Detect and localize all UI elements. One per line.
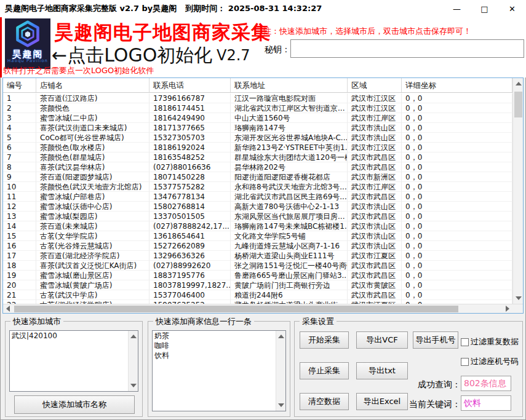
add-city-button[interactable]: 快速添加城市名称 bbox=[14, 395, 135, 414]
column-header[interactable]: 联系地址 bbox=[231, 78, 348, 92]
horizontal-scrollbar[interactable] bbox=[3, 304, 523, 313]
cell-coords: 0，0 bbox=[402, 162, 512, 172]
stop-collect-button[interactable]: 停止采集 bbox=[300, 362, 349, 379]
scroll-down-icon[interactable] bbox=[516, 296, 522, 300]
table-header: 编号店铺名联系电话联系地址区域详细坐标 bbox=[3, 78, 512, 93]
scroll-up-icon[interactable] bbox=[278, 335, 284, 338]
column-header[interactable]: 区域 bbox=[348, 78, 402, 92]
close-button[interactable]: ✕ bbox=[498, 0, 526, 17]
table-row[interactable]: 6茶颜悦色(取水楼店)18186192024新华路213号Z·YSTREET中英… bbox=[3, 143, 512, 153]
table-row[interactable]: 20蜜雪冰城(黄陂广场店)18037819997,1827...黄陂广场前门街工… bbox=[3, 280, 512, 290]
cell-region: 武汉市洪山区 bbox=[348, 123, 402, 133]
cell-coords: 0，0 bbox=[402, 231, 512, 241]
export-phone-button[interactable]: 导出手机号 bbox=[413, 331, 458, 349]
cell-coords: 0，0 bbox=[402, 221, 512, 231]
column-header[interactable]: 联系电话 bbox=[149, 78, 231, 92]
cell-phone: 13370501505 bbox=[149, 212, 231, 221]
table-row[interactable]: 9茶百道(阳逻圆梦城店)18071450228阳逻街道阳逻阳逻香榭花都店武汉市新… bbox=[3, 172, 512, 182]
cell-phone: 13296636326 bbox=[149, 251, 231, 261]
minimize-button[interactable]: — bbox=[443, 0, 471, 17]
table-row[interactable]: 16古茗(光谷烽云慧城店)15272662089九峰街道烽云慧城小区商7-1-1… bbox=[3, 241, 512, 251]
cell-region: 武汉市洪山区 bbox=[348, 231, 402, 241]
cell-phone: 18164249490 bbox=[149, 113, 231, 123]
key-input[interactable] bbox=[290, 39, 524, 58]
city-list-scrollbar[interactable] bbox=[128, 331, 138, 391]
checkbox-icon[interactable] bbox=[461, 338, 469, 346]
table-row[interactable]: 19蜜雪冰城(磨山景区店)18837195776鲁磨路665号磨山景区南门驿站3… bbox=[3, 271, 512, 280]
cell-region: 武汉市洪山区 bbox=[348, 202, 402, 212]
cell-name: CoCo都可(光谷世界城店) bbox=[36, 133, 149, 143]
cell-region: 武汉市武昌区 bbox=[348, 271, 402, 280]
cell-phone: (027)88016636 bbox=[149, 162, 231, 172]
table-row[interactable]: 10茶颜悦色(武汉天地壹方北馆店)15377575282永和路8号武汉天地壹方北… bbox=[3, 182, 512, 192]
cell-address: 黄陂广场前门街工商银行旁边 bbox=[231, 280, 348, 290]
cell-phone: 18837195776 bbox=[149, 271, 231, 280]
scroll-up-icon[interactable] bbox=[130, 335, 137, 338]
filter-landline-checkbox[interactable]: 过滤座机号码 bbox=[461, 356, 519, 367]
column-header[interactable]: 店铺名 bbox=[36, 78, 149, 92]
cell-phone: 13476778134 bbox=[149, 192, 231, 202]
scroll-down-icon[interactable] bbox=[130, 384, 137, 387]
cell-name: 喜茶(武汉首义泛悦汇KA街店) bbox=[36, 261, 149, 271]
checkbox-icon[interactable] bbox=[461, 358, 469, 366]
export-excel-button[interactable]: 导出Excel bbox=[356, 393, 408, 410]
cell-name: 茶颜悦色(取水楼店) bbox=[36, 143, 149, 153]
logo-text: 昊趣阁 bbox=[12, 50, 44, 58]
table-row[interactable]: 2茶颜悦色18186174451湖北省武汉市江岸区大智街道京...武汉市江汉区0… bbox=[3, 103, 512, 113]
list-item[interactable]: 武汉|420100 bbox=[10, 331, 138, 341]
cell-id: 8 bbox=[3, 162, 36, 172]
list-item[interactable]: 奶茶 bbox=[153, 331, 285, 341]
maximize-button[interactable]: □ bbox=[471, 0, 498, 17]
table-row[interactable]: 18喜茶(武汉首义泛悦汇KA街店)(027)88992620张之洞路151号泛悦… bbox=[3, 261, 512, 271]
table-row[interactable]: 15古茗(文华学院店)13618654641文化路文华学院5号铺武汉市洪山区0，… bbox=[3, 231, 512, 241]
column-header[interactable]: 详细坐标 bbox=[402, 78, 512, 92]
logo-button[interactable]: 昊趣阁 Haoqu Pavilion bbox=[5, 18, 50, 69]
merchant-list-scrollbar[interactable] bbox=[276, 331, 285, 411]
table-row[interactable]: 1茶百道(江汉路店)17396166787江汉一路璇宫电影院对面武汉市江汉区0，… bbox=[3, 93, 512, 103]
vertical-scroll-thumb[interactable] bbox=[514, 92, 522, 117]
cell-id: 16 bbox=[3, 241, 36, 251]
expire-time: 到期时间： 2025-08-31 14:32:27 bbox=[185, 3, 322, 14]
cell-name: 蜜雪冰城(黄陂广场店) bbox=[36, 280, 149, 290]
cell-region: 武汉市江汉区 bbox=[348, 143, 402, 153]
cell-region: 武汉市洪山区 bbox=[348, 133, 402, 143]
table-row[interactable]: 5CoCo都可(光谷世界城店)15327305703东湖开发区光谷世界城A地块A… bbox=[3, 133, 512, 143]
start-collect-button[interactable]: 开始采集 bbox=[300, 331, 349, 349]
app-window: 昊趣阁电子地图商家采集完整版 v2.7 by昊趣阁 到期时间： 2025-08-… bbox=[0, 0, 526, 420]
cell-phone: 18186174451 bbox=[149, 103, 231, 113]
table-row[interactable]: 4喜茶(武汉街道口未来城店)18171377665珞狮南路147号武汉市洪山区0… bbox=[3, 123, 512, 133]
table-row[interactable]: 17茶百道(湖北经济学院店)13296636326杨桥湖大道梁山头商业E111号… bbox=[3, 251, 512, 261]
key-label: 秘钥： bbox=[265, 44, 290, 55]
brand-title: 昊趣阁电子地图商家采集 bbox=[54, 20, 271, 46]
scroll-left-icon[interactable] bbox=[6, 306, 10, 312]
table-row[interactable]: 7茶颜悦色(群星城店)18163548252群星城徐东大街团结大道120号一楼武… bbox=[3, 153, 512, 162]
export-vcf-button[interactable]: 导出VCF bbox=[356, 331, 408, 349]
table-row[interactable]: 12蜜雪冰城(沃德中心店)15802768814高新大道780号沃德中心2-1-… bbox=[3, 202, 512, 212]
table-row[interactable]: 3蜜雪冰城(二中店)18164249490中山大道1560号武汉市江岸区0，0 bbox=[3, 113, 512, 123]
merchant-listbox[interactable]: 奶茶咖啡饮料 bbox=[152, 330, 286, 411]
cell-coords: 0，0 bbox=[402, 202, 512, 212]
filter-duplicate-checkbox[interactable]: 过滤重复数据 bbox=[461, 336, 519, 347]
list-item[interactable]: 饮料 bbox=[153, 351, 285, 360]
table-row[interactable]: 13蜜雪冰城(梨园店)13370501505东湖风景区当代旅居展厅项目房...武… bbox=[3, 212, 512, 221]
scroll-right-icon[interactable] bbox=[506, 306, 509, 312]
table-row[interactable]: 11蜜雪冰城(户部巷店)13476778134湖北省武汉市武昌区民主路69号..… bbox=[3, 192, 512, 202]
horizontal-scroll-thumb[interactable] bbox=[14, 306, 458, 312]
column-header[interactable]: 编号 bbox=[3, 78, 36, 92]
table-row[interactable]: 21古茗(武汉中学店)15377046400粮道街244附6武汉市武昌区0，0 bbox=[3, 290, 512, 300]
cell-phone: 17396166787 bbox=[149, 93, 231, 103]
clear-data-button[interactable]: 清空数据 bbox=[300, 393, 349, 410]
list-item[interactable]: 咖啡 bbox=[153, 341, 285, 351]
city-listbox[interactable]: 武汉|420100 bbox=[9, 330, 138, 392]
cell-phone: 15377575282 bbox=[149, 182, 231, 192]
merchant-panel-title: 快速添加商家信息一行一条 bbox=[153, 316, 254, 327]
scroll-down-icon[interactable] bbox=[278, 403, 284, 407]
table-row[interactable]: 8喜茶(武汉昙华林店)(027)88016636昙华林路202号武汉市武昌区0，… bbox=[3, 162, 512, 172]
cell-address: 高新大道780号沃德中心2-1-13 bbox=[231, 202, 348, 212]
cell-name: 茶颜悦色(群星城店) bbox=[36, 153, 149, 162]
export-txt-button[interactable]: 导出txt bbox=[356, 362, 408, 379]
table-row[interactable]: 14茶百道(未来城店)(027)87888242,17...珞狮南路147号未来… bbox=[3, 221, 512, 231]
cell-coords: 0，0 bbox=[402, 271, 512, 280]
vertical-scrollbar[interactable] bbox=[512, 78, 523, 304]
scroll-up-icon[interactable] bbox=[516, 82, 522, 85]
